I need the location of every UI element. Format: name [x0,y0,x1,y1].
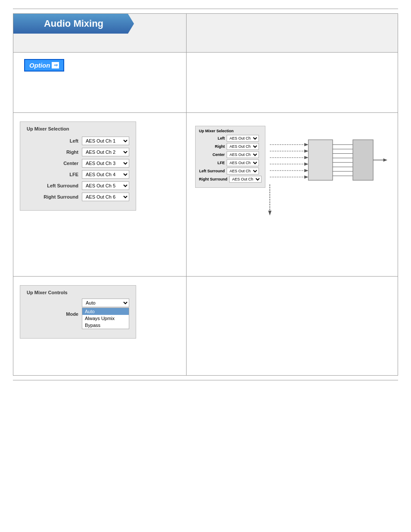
small-left-surround-label: Left Surround [199,169,225,173]
svg-rect-21 [353,140,373,180]
mixer-selection-row: Up Mixer Selection Left AES Out Ch 1 Rig… [13,113,398,277]
mixer-field-left: Left AES Out Ch 1 [27,137,129,145]
mixer-field-center: Center AES Out Ch 3 [27,159,129,168]
right-label: Right [40,149,78,155]
svg-marker-9 [304,162,308,166]
svg-marker-11 [304,175,308,179]
svg-marker-6 [304,143,308,146]
small-left-surround-select[interactable]: AES Out Ch 5 [227,168,259,174]
small-field-right: Right AES Out Ch 2 [199,143,262,150]
right-select[interactable]: AES Out Ch 2 [82,148,129,156]
mixer-field-right-surround: Right Surround AES Out Ch 6 [27,193,129,201]
option-arrow-icon: ⇒ [52,62,59,68]
option-cell-right [186,53,398,113]
option-button[interactable]: Option ⇒ [24,59,64,72]
option-row: Option ⇒ [13,53,398,113]
mixer-field-lfe: LFE AES Out Ch 4 [27,170,129,179]
small-field-lfe: LFE AES Out Ch 4 [199,159,262,166]
svg-marker-8 [304,156,308,159]
mixer-selection-right-cell: Up Mixer Selection Left AES Out Ch 1 Rig… [186,113,398,277]
left-surround-select[interactable]: AES Out Ch 5 [82,181,129,190]
mixer-field-left-surround: Left Surround AES Out Ch 5 [27,181,129,190]
center-select[interactable]: AES Out Ch 3 [82,159,129,168]
up-mixer-selection-title: Up Mixer Selection [27,126,129,133]
right-surround-label: Right Surround [40,194,78,199]
mixer-selection-left-cell: Up Mixer Selection Left AES Out Ch 1 Rig… [13,113,187,277]
small-right-label: Right [199,144,225,149]
dropdown-item-bypass[interactable]: Bypass [82,322,129,329]
small-field-left-surround: Left Surround AES Out Ch 5 [199,168,262,174]
banner-title: Audio Mixing [44,18,103,29]
small-mixer-title: Up Mixer Selection [199,129,262,133]
up-mixer-selection-box: Up Mixer Selection Left AES Out Ch 1 Rig… [20,121,136,211]
mode-row: Mode Auto Always Upmix Bypass Auto Alway… [27,299,129,329]
small-field-left: Left AES Out Ch 1 [199,135,262,142]
right-surround-select[interactable]: AES Out Ch 6 [82,193,129,201]
dropdown-item-always-upmix[interactable]: Always Upmix [82,315,129,322]
main-table: Audio Mixing Option ⇒ Up Mixer Selection [13,13,398,376]
svg-marker-23 [383,159,387,162]
up-mixer-controls-box: Up Mixer Controls Mode Auto Always Upmix… [20,285,136,339]
left-select[interactable]: AES Out Ch 1 [82,137,129,145]
center-label: Center [40,161,78,166]
svg-marker-10 [304,169,308,172]
mixer-field-right: Right AES Out Ch 2 [27,148,129,156]
option-cell-left: Option ⇒ [13,53,187,113]
small-center-label: Center [199,152,225,157]
lfe-select[interactable]: AES Out Ch 4 [82,170,129,179]
audio-mixing-banner: Audio Mixing [13,14,134,34]
mode-label: Mode [57,311,78,317]
header-left-cell: Audio Mixing [13,14,187,53]
controls-right-cell [186,277,398,376]
small-right-surround-select[interactable]: AES Out Ch 6 [229,176,262,183]
option-label: Option [29,62,50,69]
svg-marker-25 [268,211,271,215]
left-surround-label: Left Surround [40,183,78,188]
mode-select[interactable]: Auto Always Upmix Bypass [82,299,129,307]
left-label: Left [40,138,78,143]
top-rule [13,9,398,9]
controls-title: Up Mixer Controls [27,290,129,295]
page-wrapper: Audio Mixing Option ⇒ Up Mixer Selection [0,0,411,532]
small-field-right-surround: Right Surround AES Out Ch 6 [199,176,262,183]
controls-left-cell: Up Mixer Controls Mode Auto Always Upmix… [13,277,187,376]
small-field-center: Center AES Out Ch 3 [199,151,262,158]
small-right-select[interactable]: AES Out Ch 2 [227,143,259,150]
small-mixer-box: Up Mixer Selection Left AES Out Ch 1 Rig… [195,126,265,188]
header-row: Audio Mixing [13,14,398,53]
svg-rect-12 [308,140,333,180]
diagram-container: Up Mixer Selection Left AES Out Ch 1 Rig… [191,117,393,264]
dropdown-item-auto[interactable]: Auto [82,308,129,315]
bottom-rule [13,380,398,380]
small-right-surround-label: Right Surround [199,177,227,181]
small-center-select[interactable]: AES Out Ch 3 [227,151,259,158]
small-lfe-select[interactable]: AES Out Ch 4 [227,159,259,166]
controls-row: Up Mixer Controls Mode Auto Always Upmix… [13,277,398,376]
lfe-label: LFE [40,172,78,177]
mode-dropdown-list: Auto Always Upmix Bypass [82,308,129,329]
svg-marker-7 [304,149,308,153]
small-left-label: Left [199,136,225,140]
small-left-select[interactable]: AES Out Ch 1 [227,135,259,142]
header-right-cell [186,14,398,53]
small-lfe-label: LFE [199,161,225,165]
